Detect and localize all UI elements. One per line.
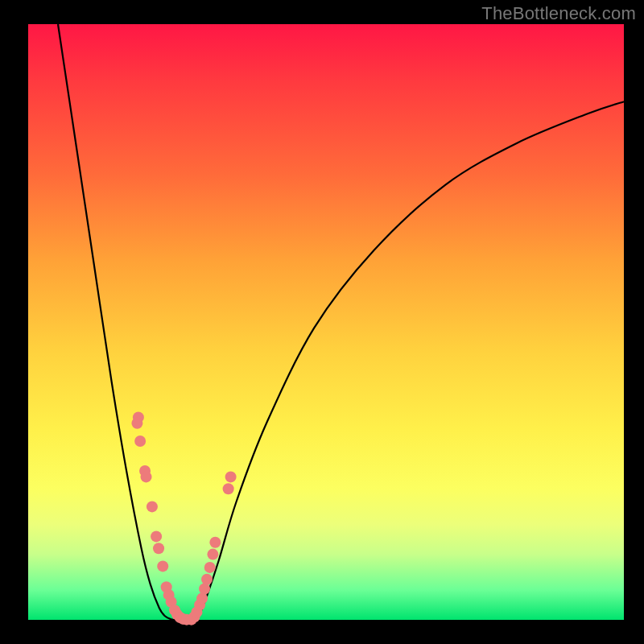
data-marker (225, 471, 237, 482)
data-marker (141, 471, 152, 482)
chart-frame: TheBottleneck.com (0, 0, 644, 644)
marker-group (131, 411, 236, 625)
data-marker (196, 592, 208, 604)
watermark-text: TheBottleneck.com (481, 3, 636, 24)
data-marker (207, 549, 218, 560)
data-marker (151, 530, 162, 542)
data-marker (201, 574, 213, 585)
data-marker (153, 543, 164, 554)
curve-left (58, 24, 177, 620)
data-marker (199, 584, 210, 595)
data-marker (131, 418, 142, 429)
data-marker (134, 436, 146, 447)
curve-right (189, 101, 624, 620)
plot-area (28, 24, 624, 620)
data-marker (204, 562, 216, 573)
curve-svg (28, 24, 624, 620)
data-marker (147, 501, 158, 512)
data-marker (223, 483, 234, 494)
data-marker (157, 560, 168, 572)
data-marker (209, 537, 221, 548)
